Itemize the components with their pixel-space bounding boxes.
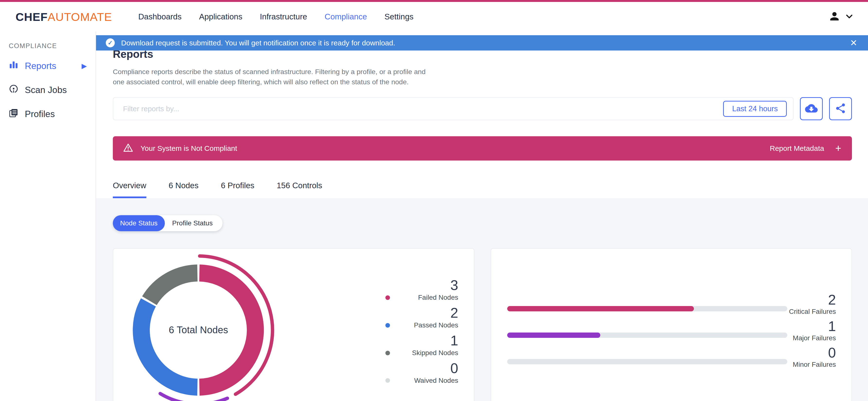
waived-dot-icon (385, 378, 390, 383)
major-failures-count: 1 (793, 319, 836, 334)
bar-chart-icon (9, 60, 19, 72)
minor-failures-bar[interactable] (507, 359, 787, 364)
logo-chef: CHEF (16, 10, 48, 23)
close-icon[interactable]: ✕ (850, 39, 857, 47)
chevron-down-icon[interactable] (844, 11, 855, 22)
tab-overview[interactable]: Overview (113, 181, 146, 198)
failure-bars-chart: 2 Critical Failures 1 Major Failures (491, 293, 852, 372)
chef-automate-logo[interactable]: CHEFAUTOMATE (16, 10, 112, 24)
logo-automate: AUTOMATE (48, 10, 112, 23)
legend-entry-passed[interactable]: 2 Passed Nodes (385, 305, 458, 329)
legend-label: Failed Nodes (390, 294, 458, 301)
donut-legend: 3 Failed Nodes 2 Passed Nodes 1 Skipped … (385, 278, 458, 385)
critical-failures-bar[interactable] (507, 306, 787, 311)
expand-arrow-icon[interactable]: ▶ (82, 62, 87, 70)
critical-failures-fill (507, 306, 694, 311)
filter-reports-input[interactable]: Filter reports by... Last 24 hours (113, 97, 794, 120)
legend-entry-skipped[interactable]: 1 Skipped Nodes (385, 333, 458, 357)
cloud-download-icon (805, 102, 818, 115)
legend-entry-waived[interactable]: 0 Waived Nodes (385, 361, 458, 385)
bar-row-minor: 0 Minor Failures (491, 345, 852, 372)
sidebar-item-label: Profiles (25, 109, 55, 119)
not-compliant-message: Your System is Not Compliant (141, 144, 237, 153)
skipped-dot-icon (385, 351, 390, 355)
nav-dashboards[interactable]: Dashboards (130, 6, 190, 27)
notification-message: Download request is submitted. You will … (121, 39, 395, 47)
sidebar-item-scan-jobs[interactable]: Scan Jobs (7, 84, 96, 96)
sidebar-section-label: COMPLIANCE (9, 42, 96, 50)
failed-dot-icon (385, 295, 390, 300)
nav-applications[interactable]: Applications (190, 6, 251, 27)
donut-segment-passed[interactable] (141, 302, 197, 387)
download-report-button[interactable] (800, 97, 823, 120)
main-nav: Dashboards Applications Infrastructure C… (130, 6, 422, 27)
legend-entry-failed[interactable]: 3 Failed Nodes (385, 278, 458, 301)
sidebar-item-reports[interactable]: Reports ▶ (7, 60, 96, 72)
nav-settings[interactable]: Settings (376, 6, 422, 27)
sidebar-item-label: Reports (25, 61, 56, 71)
sidebar-item-profiles[interactable]: Profiles (7, 108, 96, 120)
waived-nodes-count: 0 (385, 361, 458, 376)
not-compliant-banner: Your System is Not Compliant Report Meta… (113, 136, 852, 161)
minor-failures-count: 0 (793, 345, 836, 360)
scanner-icon (9, 84, 19, 96)
report-tabs: Overview 6 Nodes 6 Profiles 156 Controls (113, 181, 852, 198)
skipped-nodes-count: 1 (385, 333, 458, 348)
expand-metadata-icon[interactable]: + (835, 143, 841, 154)
node-status-donut-chart: 6 Total Nodes (113, 249, 283, 401)
app-header: CHEFAUTOMATE Dashboards Applications Inf… (0, 2, 868, 32)
tab-controls[interactable]: 156 Controls (277, 181, 322, 198)
donut-center-label: 6 Total Nodes (169, 325, 228, 335)
page-description-line1: Compliance reports describe the status o… (113, 67, 852, 77)
share-icon (835, 102, 846, 115)
nav-compliance[interactable]: Compliance (316, 6, 376, 27)
tab-profiles[interactable]: 6 Profiles (221, 181, 254, 198)
check-circle-icon: ✓ (106, 38, 115, 47)
donut-segment-skipped[interactable] (150, 273, 197, 301)
documents-icon (9, 108, 19, 120)
page-description-line2: one associated control, will enable deep… (113, 77, 852, 87)
page-description: Compliance reports describe the status o… (113, 67, 852, 87)
share-report-button[interactable] (829, 97, 852, 120)
time-range-button[interactable]: Last 24 hours (723, 101, 787, 117)
sidebar-item-label: Scan Jobs (25, 85, 67, 95)
major-failures-label: Major Failures (793, 334, 836, 342)
warning-triangle-icon (123, 142, 133, 155)
critical-failures-count: 2 (789, 293, 836, 307)
legend-label: Passed Nodes (390, 321, 458, 329)
bar-row-critical: 2 Critical Failures (491, 293, 852, 319)
tab-nodes[interactable]: 6 Nodes (169, 181, 199, 198)
major-failures-bar[interactable] (507, 333, 787, 338)
header-user-menu[interactable] (828, 10, 855, 24)
legend-label: Waived Nodes (390, 377, 458, 385)
major-failures-fill (507, 333, 600, 338)
minor-failures-label: Minor Failures (793, 361, 836, 368)
filter-placeholder: Filter reports by... (123, 105, 179, 113)
failure-severity-card: 2 Critical Failures 1 Major Failures (491, 248, 852, 401)
main-content: Reports Compliance reports describe the … (96, 32, 868, 401)
compliance-sidebar: COMPLIANCE Reports ▶ Scan Jobs Profiles (0, 32, 96, 401)
legend-label: Skipped Nodes (390, 349, 458, 357)
passed-dot-icon (385, 323, 390, 328)
status-toggle: Node Status Profile Status (113, 215, 222, 231)
node-status-donut-card: 6 Total Nodes 3 Failed Nodes 2 Passed No… (113, 248, 474, 401)
toggle-node-status[interactable]: Node Status (113, 215, 165, 231)
filter-toolbar: Filter reports by... Last 24 hours (113, 97, 852, 120)
report-metadata-label[interactable]: Report Metadata (770, 144, 824, 153)
failed-nodes-count: 3 (385, 278, 458, 293)
passed-nodes-count: 2 (385, 305, 458, 321)
bar-row-major: 1 Major Failures (491, 319, 852, 345)
nav-infrastructure[interactable]: Infrastructure (251, 6, 316, 27)
toggle-profile-status[interactable]: Profile Status (165, 215, 222, 231)
download-notification-banner: ✓ Download request is submitted. You wil… (96, 35, 868, 51)
critical-failures-label: Critical Failures (789, 308, 836, 315)
user-profile-icon[interactable] (828, 10, 841, 24)
brand-top-strip (0, 0, 868, 2)
